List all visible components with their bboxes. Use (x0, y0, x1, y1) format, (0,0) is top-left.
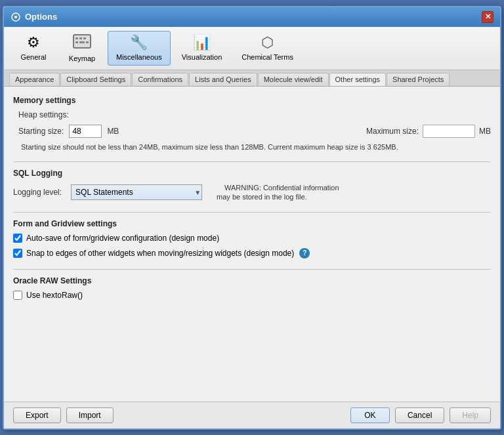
form-gridview-title: Form and Gridview settings (13, 219, 491, 228)
toolbar-item-keymap[interactable]: Keymap (59, 31, 105, 66)
toolbar: ⚙ General Keymap 🔧 Miscellaneous (4, 27, 500, 70)
svg-rect-8 (86, 41, 89, 43)
import-button[interactable]: Import (66, 407, 114, 423)
tab-molecule-view[interactable]: Molecule view/edit (258, 73, 329, 86)
help-button[interactable]: Help (450, 407, 491, 423)
warning-text: WARNING: Confidential informationmay be … (217, 184, 339, 201)
misc-icon: 🔧 (130, 34, 148, 51)
checkbox-hextoraw-row: Use hextoRaw() (13, 291, 491, 300)
oracle-raw-title: Oracle RAW Settings (13, 276, 491, 285)
options-dialog: Options ✕ ⚙ General Keymap (3, 6, 501, 430)
footer: Export Import OK Cancel Help (4, 402, 500, 428)
tab-lists-queries[interactable]: Lists and Queries (189, 73, 257, 86)
tab-other-settings[interactable]: Other settings (329, 73, 386, 87)
starting-size-label: Starting size: (18, 127, 64, 136)
memory-settings-title: Memory settings (13, 96, 491, 105)
toolbar-item-general-label: General (20, 53, 46, 61)
autosave-label: Auto-save of form/gridview configuration… (26, 234, 219, 243)
maximum-size-input[interactable] (423, 125, 475, 138)
memory-settings-section: Memory settings Heap settings: Starting … (13, 96, 491, 151)
tabs-bar: Appearance Clipboard Settings Confirmati… (4, 70, 500, 87)
toolbar-item-general[interactable]: ⚙ General (10, 31, 56, 66)
main-content: Memory settings Heap settings: Starting … (4, 87, 500, 402)
divider-1 (13, 161, 491, 162)
autosave-checkbox[interactable] (13, 234, 22, 243)
toolbar-item-misc-label: Miscellaneous (116, 53, 162, 61)
help-circle-icon[interactable]: ? (299, 248, 310, 259)
svg-rect-6 (75, 41, 78, 43)
divider-3 (13, 269, 491, 270)
toolbar-item-viz-label: Visualization (182, 53, 222, 61)
hextoraw-label: Use hextoRaw() (26, 291, 83, 300)
title-bar-left: Options (10, 12, 57, 22)
maximum-size-label: Maximum size: (366, 127, 419, 136)
dialog-title: Options (25, 12, 57, 22)
chem-icon: ⬡ (261, 34, 274, 51)
svg-rect-5 (83, 37, 86, 39)
options-title-icon (10, 12, 21, 22)
heap-row: Starting size: MB Maximum size: MB (18, 125, 491, 138)
oracle-raw-section: Oracle RAW Settings Use hextoRaw() (13, 276, 491, 300)
heap-hint: Starting size should not be less than 24… (18, 143, 491, 151)
tab-confirmations[interactable]: Confirmations (132, 73, 188, 86)
snap-label: Snap to edges of other widgets when movi… (26, 249, 294, 258)
tab-shared-projects[interactable]: Shared Projects (387, 73, 450, 86)
footer-right: OK Cancel Help (350, 407, 491, 423)
warning-text-wrapper: WARNING: Confidential informationmay be … (217, 183, 339, 201)
maximum-size-unit: MB (479, 127, 491, 136)
ok-button[interactable]: OK (350, 407, 390, 423)
tab-clipboard[interactable]: Clipboard Settings (60, 73, 131, 86)
heap-settings: Heap settings: Starting size: MB Maximum… (18, 110, 491, 151)
toolbar-item-keymap-label: Keymap (69, 54, 95, 62)
divider-2 (13, 212, 491, 213)
snap-checkbox[interactable] (13, 249, 22, 258)
footer-left: Export Import (13, 407, 114, 423)
heap-settings-label: Heap settings: (18, 110, 491, 119)
svg-rect-7 (79, 41, 85, 43)
close-button[interactable]: ✕ (482, 11, 494, 23)
cancel-button[interactable]: Cancel (395, 407, 444, 423)
toolbar-item-chem-label: Chemical Terms (242, 53, 293, 61)
checkbox-snap-row: Snap to edges of other widgets when movi… (13, 248, 491, 259)
logging-level-label: Logging level: (13, 188, 62, 197)
viz-icon: 📊 (193, 34, 211, 51)
logging-select-wrapper: SQL Statements None All ▼ (71, 184, 202, 200)
general-icon: ⚙ (27, 34, 40, 51)
logging-level-row: Logging level: SQL Statements None All ▼… (13, 183, 491, 201)
starting-size-input[interactable] (69, 125, 102, 138)
logging-level-select[interactable]: SQL Statements None All (71, 184, 202, 200)
keymap-icon (73, 34, 91, 52)
svg-point-1 (14, 16, 17, 18)
checkbox-autosave-row: Auto-save of form/gridview configuration… (13, 234, 491, 243)
max-size-group: Maximum size: MB (366, 125, 491, 138)
sql-logging-title: SQL Logging (13, 169, 491, 178)
toolbar-item-miscellaneous[interactable]: 🔧 Miscellaneous (108, 31, 171, 66)
starting-size-unit: MB (107, 127, 119, 136)
sql-logging-section: SQL Logging Logging level: SQL Statement… (13, 169, 491, 201)
form-gridview-section: Form and Gridview settings Auto-save of … (13, 219, 491, 259)
svg-rect-4 (79, 37, 82, 39)
tab-appearance[interactable]: Appearance (9, 73, 60, 86)
hextoraw-checkbox[interactable] (13, 291, 22, 300)
toolbar-item-chemical-terms[interactable]: ⬡ Chemical Terms (233, 31, 302, 66)
toolbar-item-visualization[interactable]: 📊 Visualization (173, 31, 231, 66)
export-button[interactable]: Export (13, 407, 61, 423)
title-bar: Options ✕ (4, 7, 500, 27)
svg-rect-3 (75, 37, 78, 39)
